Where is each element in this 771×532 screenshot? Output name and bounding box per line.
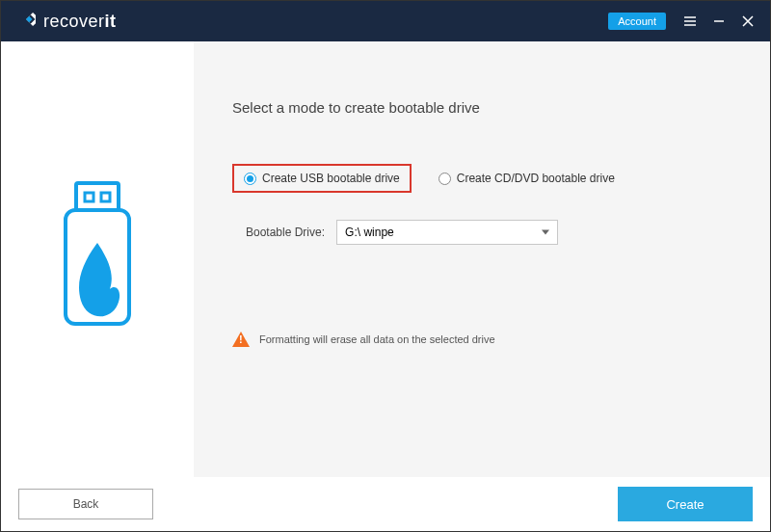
svg-rect-4 (85, 193, 93, 201)
app-window: recoverit Account S (1, 1, 770, 531)
radio-icon (244, 173, 256, 185)
bootable-drive-select[interactable]: G:\ winpe (336, 220, 558, 245)
warning-row: Formatting will erase all data on the se… (232, 332, 731, 347)
close-icon[interactable] (733, 7, 762, 36)
radio-option-usb[interactable]: Create USB bootable drive (232, 164, 412, 193)
radio-icon (439, 173, 451, 185)
brand-name: recoverit (43, 12, 117, 32)
minimize-icon[interactable] (705, 7, 733, 36)
drive-row: Bootable Drive: G:\ winpe (246, 220, 731, 245)
mode-selection-row: Create USB bootable drive Create CD/DVD … (232, 164, 731, 193)
create-button[interactable]: Create (618, 487, 753, 521)
svg-rect-5 (101, 193, 110, 201)
radio-label: Create CD/DVD bootable drive (457, 172, 615, 185)
titlebar: recoverit Account (1, 1, 770, 41)
selected-drive-value: G:\ winpe (345, 226, 394, 239)
usb-flame-illustration (44, 175, 150, 343)
radio-label: Create USB bootable drive (262, 172, 400, 185)
page-title: Select a mode to create bootable drive (232, 99, 731, 116)
account-button[interactable]: Account (608, 13, 666, 30)
radio-option-cddvd[interactable]: Create CD/DVD bootable drive (439, 172, 615, 185)
warning-triangle-icon (232, 332, 250, 347)
left-panel (1, 41, 194, 477)
brand: recoverit (16, 10, 117, 33)
drive-label: Bootable Drive: (246, 226, 325, 239)
svg-rect-3 (76, 183, 119, 210)
right-panel: Select a mode to create bootable drive C… (194, 41, 770, 477)
back-button[interactable]: Back (18, 489, 153, 519)
warning-text: Formatting will erase all data on the se… (259, 333, 495, 345)
footer: Back Create (1, 477, 770, 531)
content-area: Select a mode to create bootable drive C… (1, 41, 770, 477)
hamburger-icon[interactable] (676, 7, 705, 36)
recoverit-logo-icon (16, 10, 36, 33)
